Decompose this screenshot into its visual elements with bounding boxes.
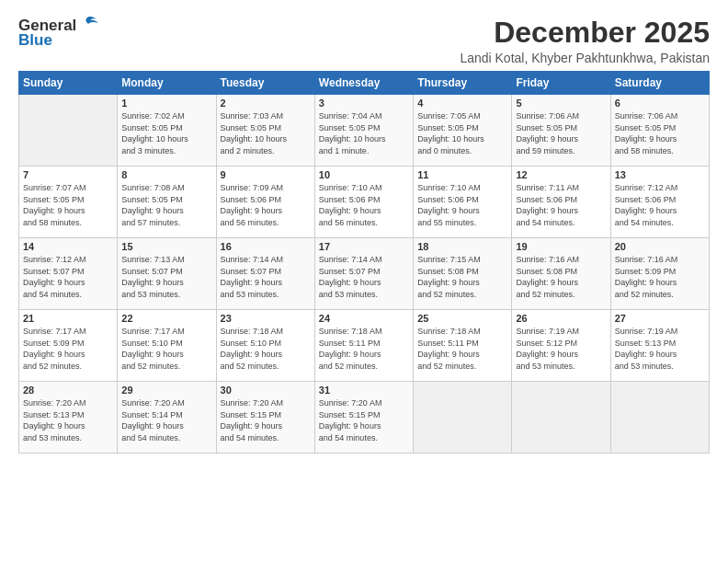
- week-row-2: 7Sunrise: 7:07 AM Sunset: 5:05 PM Daylig…: [19, 167, 710, 238]
- calendar-cell: 26Sunrise: 7:19 AM Sunset: 5:12 PM Dayli…: [512, 310, 610, 382]
- calendar-cell: 4Sunrise: 7:05 AM Sunset: 5:05 PM Daylig…: [414, 95, 512, 167]
- day-number: 18: [417, 241, 507, 252]
- calendar-cell: [414, 382, 512, 454]
- cell-info: Sunrise: 7:15 AM Sunset: 5:08 PM Dayligh…: [417, 254, 507, 300]
- day-number: 23: [221, 313, 311, 324]
- cell-info: Sunrise: 7:10 AM Sunset: 5:06 PM Dayligh…: [319, 182, 409, 228]
- cell-info: Sunrise: 7:20 AM Sunset: 5:15 PM Dayligh…: [221, 397, 311, 443]
- col-header-saturday: Saturday: [610, 72, 709, 95]
- cell-info: Sunrise: 7:20 AM Sunset: 5:15 PM Dayligh…: [319, 397, 409, 443]
- logo: General Blue: [18, 17, 98, 50]
- col-header-tuesday: Tuesday: [216, 72, 314, 95]
- calendar-cell: [610, 382, 709, 454]
- day-number: 6: [615, 98, 705, 109]
- calendar-cell: 19Sunrise: 7:16 AM Sunset: 5:08 PM Dayli…: [512, 238, 610, 310]
- cell-info: Sunrise: 7:14 AM Sunset: 5:07 PM Dayligh…: [221, 254, 311, 300]
- cell-info: Sunrise: 7:20 AM Sunset: 5:14 PM Dayligh…: [121, 397, 211, 443]
- week-row-4: 21Sunrise: 7:17 AM Sunset: 5:09 PM Dayli…: [19, 310, 710, 382]
- cell-info: Sunrise: 7:10 AM Sunset: 5:06 PM Dayligh…: [417, 182, 507, 228]
- week-row-3: 14Sunrise: 7:12 AM Sunset: 5:07 PM Dayli…: [19, 238, 710, 310]
- calendar-cell: 12Sunrise: 7:11 AM Sunset: 5:06 PM Dayli…: [512, 167, 610, 238]
- cell-info: Sunrise: 7:02 AM Sunset: 5:05 PM Dayligh…: [121, 110, 211, 156]
- calendar-cell: 6Sunrise: 7:06 AM Sunset: 5:05 PM Daylig…: [610, 95, 709, 167]
- calendar-cell: 24Sunrise: 7:18 AM Sunset: 5:11 PM Dayli…: [314, 310, 413, 382]
- cell-info: Sunrise: 7:16 AM Sunset: 5:09 PM Dayligh…: [615, 254, 705, 300]
- title-block: December 2025 Landi Kotal, Khyber Pakhtu…: [460, 17, 710, 65]
- day-number: 8: [121, 169, 211, 180]
- calendar-cell: 17Sunrise: 7:14 AM Sunset: 5:07 PM Dayli…: [314, 238, 413, 310]
- calendar-cell: 27Sunrise: 7:19 AM Sunset: 5:13 PM Dayli…: [610, 310, 709, 382]
- calendar-cell: 15Sunrise: 7:13 AM Sunset: 5:07 PM Dayli…: [118, 238, 216, 310]
- calendar-cell: 7Sunrise: 7:07 AM Sunset: 5:05 PM Daylig…: [19, 167, 118, 238]
- day-number: 27: [615, 313, 705, 324]
- day-number: 10: [319, 169, 409, 180]
- week-row-5: 28Sunrise: 7:20 AM Sunset: 5:13 PM Dayli…: [19, 382, 710, 454]
- day-number: 31: [319, 385, 409, 396]
- calendar-cell: 30Sunrise: 7:20 AM Sunset: 5:15 PM Dayli…: [216, 382, 314, 454]
- cell-info: Sunrise: 7:16 AM Sunset: 5:08 PM Dayligh…: [516, 254, 606, 300]
- day-number: 25: [417, 313, 507, 324]
- day-number: 13: [615, 169, 705, 180]
- cell-info: Sunrise: 7:17 AM Sunset: 5:09 PM Dayligh…: [23, 326, 113, 372]
- calendar-cell: 29Sunrise: 7:20 AM Sunset: 5:14 PM Dayli…: [118, 382, 216, 454]
- day-number: 5: [516, 98, 606, 109]
- calendar-cell: 22Sunrise: 7:17 AM Sunset: 5:10 PM Dayli…: [118, 310, 216, 382]
- cell-info: Sunrise: 7:18 AM Sunset: 5:10 PM Dayligh…: [221, 326, 311, 372]
- calendar-cell: 25Sunrise: 7:18 AM Sunset: 5:11 PM Dayli…: [414, 310, 512, 382]
- day-number: 29: [121, 385, 211, 396]
- calendar-cell: 28Sunrise: 7:20 AM Sunset: 5:13 PM Dayli…: [19, 382, 118, 454]
- cell-info: Sunrise: 7:06 AM Sunset: 5:05 PM Dayligh…: [516, 110, 606, 156]
- cell-info: Sunrise: 7:14 AM Sunset: 5:07 PM Dayligh…: [319, 254, 409, 300]
- day-number: 21: [23, 313, 113, 324]
- header-row: SundayMondayTuesdayWednesdayThursdayFrid…: [19, 72, 710, 95]
- col-header-wednesday: Wednesday: [314, 72, 413, 95]
- header: General Blue December 2025 Landi Kotal, …: [18, 17, 710, 65]
- cell-info: Sunrise: 7:19 AM Sunset: 5:13 PM Dayligh…: [615, 326, 705, 372]
- cell-info: Sunrise: 7:04 AM Sunset: 5:05 PM Dayligh…: [319, 110, 409, 156]
- day-number: 9: [221, 169, 311, 180]
- cell-info: Sunrise: 7:18 AM Sunset: 5:11 PM Dayligh…: [319, 326, 409, 372]
- col-header-thursday: Thursday: [414, 72, 512, 95]
- day-number: 14: [23, 241, 113, 252]
- calendar-cell: 2Sunrise: 7:03 AM Sunset: 5:05 PM Daylig…: [216, 95, 314, 167]
- day-number: 12: [516, 169, 606, 180]
- day-number: 11: [417, 169, 507, 180]
- calendar-cell: 8Sunrise: 7:08 AM Sunset: 5:05 PM Daylig…: [118, 167, 216, 238]
- cell-info: Sunrise: 7:09 AM Sunset: 5:06 PM Dayligh…: [221, 182, 311, 228]
- calendar-cell: 31Sunrise: 7:20 AM Sunset: 5:15 PM Dayli…: [314, 382, 413, 454]
- day-number: 3: [319, 98, 409, 109]
- day-number: 28: [23, 385, 113, 396]
- calendar-cell: 10Sunrise: 7:10 AM Sunset: 5:06 PM Dayli…: [314, 167, 413, 238]
- day-number: 15: [121, 241, 211, 252]
- cell-info: Sunrise: 7:03 AM Sunset: 5:05 PM Dayligh…: [221, 110, 311, 156]
- day-number: 22: [121, 313, 211, 324]
- day-number: 17: [319, 241, 409, 252]
- calendar-cell: 3Sunrise: 7:04 AM Sunset: 5:05 PM Daylig…: [314, 95, 413, 167]
- cell-info: Sunrise: 7:08 AM Sunset: 5:05 PM Dayligh…: [121, 182, 211, 228]
- day-number: 19: [516, 241, 606, 252]
- col-header-monday: Monday: [118, 72, 216, 95]
- cell-info: Sunrise: 7:06 AM Sunset: 5:05 PM Dayligh…: [615, 110, 705, 156]
- cell-info: Sunrise: 7:05 AM Sunset: 5:05 PM Dayligh…: [417, 110, 507, 156]
- cell-info: Sunrise: 7:19 AM Sunset: 5:12 PM Dayligh…: [516, 326, 606, 372]
- page: General Blue December 2025 Landi Kotal, …: [0, 0, 728, 563]
- cell-info: Sunrise: 7:12 AM Sunset: 5:06 PM Dayligh…: [615, 182, 705, 228]
- week-row-1: 1Sunrise: 7:02 AM Sunset: 5:05 PM Daylig…: [19, 95, 710, 167]
- day-number: 26: [516, 313, 606, 324]
- day-number: 2: [221, 98, 311, 109]
- col-header-sunday: Sunday: [19, 72, 118, 95]
- calendar-cell: 13Sunrise: 7:12 AM Sunset: 5:06 PM Dayli…: [610, 167, 709, 238]
- day-number: 16: [221, 241, 311, 252]
- location: Landi Kotal, Khyber Pakhtunkhwa, Pakista…: [460, 51, 710, 65]
- cell-info: Sunrise: 7:17 AM Sunset: 5:10 PM Dayligh…: [121, 326, 211, 372]
- cell-info: Sunrise: 7:13 AM Sunset: 5:07 PM Dayligh…: [121, 254, 211, 300]
- cell-info: Sunrise: 7:07 AM Sunset: 5:05 PM Dayligh…: [23, 182, 113, 228]
- day-number: 20: [615, 241, 705, 252]
- cell-info: Sunrise: 7:18 AM Sunset: 5:11 PM Dayligh…: [417, 326, 507, 372]
- calendar-cell: [19, 95, 118, 167]
- calendar-cell: 1Sunrise: 7:02 AM Sunset: 5:05 PM Daylig…: [118, 95, 216, 167]
- cell-info: Sunrise: 7:20 AM Sunset: 5:13 PM Dayligh…: [23, 397, 113, 443]
- day-number: 7: [23, 169, 113, 180]
- calendar-cell: 18Sunrise: 7:15 AM Sunset: 5:08 PM Dayli…: [414, 238, 512, 310]
- logo-bird-icon: [78, 16, 98, 30]
